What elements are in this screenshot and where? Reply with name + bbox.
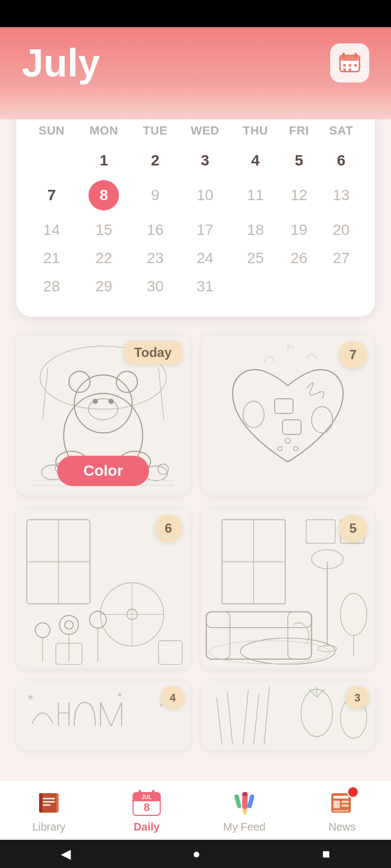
- calendar-day[interactable]: 21: [27, 244, 76, 272]
- calendar-day[interactable]: 29: [76, 272, 132, 301]
- calendar-icon: [338, 51, 362, 75]
- calendar-day[interactable]: 20: [319, 216, 364, 244]
- myfeed-label: My Feed: [223, 821, 266, 833]
- nav-item-news[interactable]: News: [293, 787, 391, 833]
- calendar-day[interactable]: 19: [279, 216, 318, 244]
- partial-card-4[interactable]: ★ ★ ✦ 4: [16, 680, 190, 751]
- calendar-day[interactable]: 25: [231, 244, 279, 272]
- today-badge: Today: [123, 341, 182, 365]
- recents-button[interactable]: ■: [300, 842, 352, 866]
- svg-rect-6: [354, 64, 357, 67]
- myfeed-icon-svg: [230, 789, 258, 817]
- svg-rect-105: [333, 801, 340, 808]
- svg-text:★: ★: [116, 691, 123, 699]
- status-bar: [0, 0, 391, 27]
- coloring-card-6[interactable]: 6: [16, 507, 190, 669]
- svg-rect-108: [333, 810, 349, 812]
- day-header-thu: THU: [231, 119, 279, 146]
- calendar-day[interactable]: 16: [132, 216, 179, 244]
- calendar-day[interactable]: 6: [319, 146, 364, 175]
- calendar-day[interactable]: 30: [132, 272, 179, 301]
- daily-icon: JUL 8: [131, 787, 162, 819]
- svg-rect-104: [333, 796, 349, 799]
- calendar-day[interactable]: 24: [179, 244, 232, 272]
- calendar-day[interactable]: 2: [132, 146, 179, 175]
- calendar-day[interactable]: 4: [231, 146, 279, 175]
- calendar-card: SUN MON TUE WED THU FRI SAT 123456789101…: [16, 103, 375, 317]
- svg-rect-86: [41, 793, 56, 813]
- calendar-day[interactable]: 27: [319, 244, 364, 272]
- svg-point-19: [109, 399, 114, 404]
- day-badge-5: 5: [339, 514, 367, 542]
- svg-rect-5: [349, 64, 351, 67]
- daily-icon-svg: JUL 8: [131, 787, 162, 819]
- svg-text:8: 8: [143, 801, 149, 813]
- color-button[interactable]: Color: [57, 456, 149, 486]
- daily-label: Daily: [134, 821, 160, 833]
- coloring-cards-grid: Today Color: [0, 333, 391, 669]
- partial-image-3: 3: [201, 680, 375, 751]
- calendar-day[interactable]: 18: [231, 216, 279, 244]
- svg-rect-7: [343, 68, 346, 71]
- svg-text:JUL: JUL: [142, 794, 152, 800]
- nav-item-myfeed[interactable]: My Feed: [195, 787, 293, 833]
- news-icon: [326, 787, 358, 819]
- calendar-day[interactable]: 28: [27, 272, 76, 301]
- calendar-day[interactable]: 10: [179, 175, 232, 216]
- calendar-day[interactable]: 23: [132, 244, 179, 272]
- card-image-today: Today Color: [16, 333, 190, 496]
- calendar-day[interactable]: 17: [179, 216, 232, 244]
- calendar-day[interactable]: 9: [132, 175, 179, 216]
- coloring-card-7[interactable]: 7: [201, 333, 375, 496]
- calendar-day[interactable]: 31: [179, 272, 232, 301]
- calendar-day[interactable]: 5: [279, 146, 318, 175]
- day-header-sun: SUN: [27, 119, 76, 146]
- svg-rect-96: [138, 790, 141, 796]
- partial-card-3[interactable]: 3: [201, 680, 375, 751]
- calendar-day[interactable]: 11: [231, 175, 279, 216]
- day-badge-4: 4: [161, 686, 185, 710]
- coloring-card-5[interactable]: 5: [201, 507, 375, 669]
- news-notification-dot: [347, 786, 359, 798]
- calendar-day[interactable]: 13: [319, 175, 364, 216]
- nav-item-library[interactable]: Library: [0, 787, 98, 833]
- calendar-day: [27, 146, 76, 175]
- partial-image-4: ★ ★ ✦ 4: [16, 680, 190, 751]
- calendar-day[interactable]: 15: [76, 216, 132, 244]
- coloring-card-today[interactable]: Today Color: [16, 333, 190, 496]
- svg-rect-106: [342, 801, 349, 803]
- myfeed-icon: [229, 787, 260, 819]
- calendar-icon-button[interactable]: [330, 43, 369, 82]
- calendar-day[interactable]: 14: [27, 216, 76, 244]
- svg-rect-107: [342, 805, 349, 807]
- svg-rect-2: [343, 53, 345, 58]
- day-badge-3: 3: [345, 686, 369, 710]
- news-label: News: [329, 821, 356, 833]
- bottom-navigation: Library JUL 8 Daily: [0, 780, 391, 840]
- library-label: Library: [32, 821, 65, 833]
- svg-marker-99: [242, 809, 248, 816]
- calendar-day[interactable]: 3: [179, 146, 232, 175]
- calendar-day[interactable]: 26: [279, 244, 318, 272]
- home-button[interactable]: ●: [171, 842, 222, 866]
- day-header-mon: MON: [76, 119, 132, 146]
- svg-point-18: [93, 399, 98, 404]
- svg-text:★: ★: [27, 692, 34, 701]
- calendar-day: [231, 272, 279, 301]
- day-header-wed: WED: [179, 119, 232, 146]
- svg-rect-4: [343, 64, 346, 67]
- nav-item-daily[interactable]: JUL 8 Daily: [98, 787, 195, 833]
- calendar-day[interactable]: 12: [279, 175, 318, 216]
- calendar-day[interactable]: 7: [27, 175, 76, 216]
- svg-rect-101: [247, 794, 255, 808]
- calendar-day[interactable]: 1: [76, 146, 132, 175]
- calendar-day[interactable]: 8: [76, 175, 132, 216]
- back-button[interactable]: ◀: [39, 842, 92, 866]
- app-container: July SUN MON TUE WED: [0, 27, 391, 848]
- card-image-6: 6: [16, 507, 190, 669]
- svg-rect-90: [39, 793, 42, 813]
- calendar-table: SUN MON TUE WED THU FRI SAT 123456789101…: [27, 119, 364, 301]
- day-header-sat: SAT: [319, 119, 364, 146]
- svg-rect-102: [242, 792, 248, 796]
- calendar-day[interactable]: 22: [76, 244, 132, 272]
